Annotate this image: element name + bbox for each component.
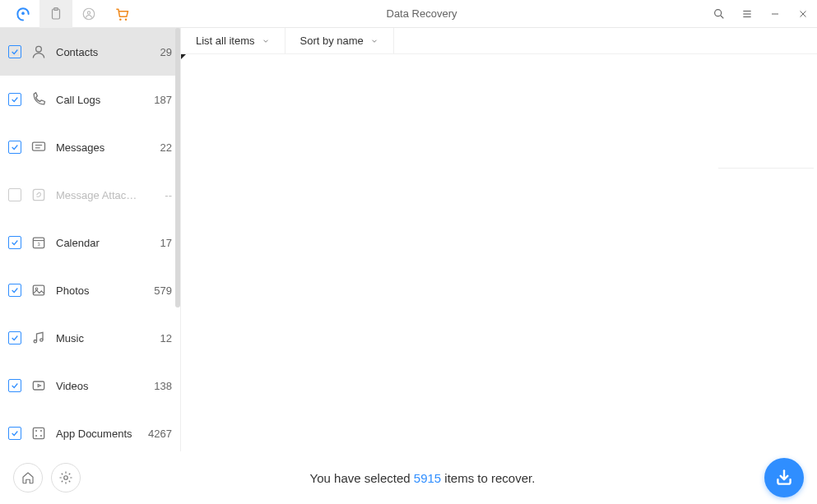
svg-marker-28	[38, 384, 40, 386]
footer-left	[13, 463, 81, 492]
check-icon	[11, 286, 19, 294]
title-bar-right	[705, 0, 817, 28]
search-icon	[713, 7, 726, 21]
main-pane: List all items Sort by name	[181, 28, 817, 451]
sidebar-item-app-documents[interactable]: App Documents 4267	[0, 409, 180, 451]
title-bar: Data Recovery	[0, 0, 817, 28]
minimize-icon	[770, 9, 780, 19]
svg-point-5	[119, 18, 122, 20]
menu-button[interactable]	[733, 0, 761, 28]
category-label: Calendar	[56, 237, 139, 249]
svg-point-34	[64, 476, 68, 480]
svg-point-33	[40, 435, 42, 437]
divider	[718, 168, 814, 169]
check-icon	[11, 143, 19, 151]
category-count: 12	[147, 332, 172, 344]
summary-count: 5915	[414, 471, 441, 485]
cart-button[interactable]	[105, 0, 138, 28]
filter-label: List all items	[196, 35, 255, 47]
chevron-down-icon	[370, 37, 378, 45]
category-label: Call Logs	[56, 94, 139, 106]
photo-icon	[30, 281, 48, 299]
check-icon	[11, 95, 19, 104]
sidebar-item-photos[interactable]: Photos 579	[0, 266, 180, 314]
video-icon	[30, 377, 48, 395]
selection-summary: You have selected 5915 items to recover.	[81, 471, 764, 485]
phone-icon	[30, 90, 48, 109]
sidebar-item-music[interactable]: Music 12	[0, 314, 180, 362]
category-sidebar: Contacts 29 Call Logs 187 Messages 22	[0, 28, 181, 451]
attachment-icon	[30, 186, 48, 204]
svg-point-15	[36, 46, 42, 52]
svg-rect-27	[33, 381, 44, 390]
svg-point-7	[715, 9, 722, 16]
minimize-button[interactable]	[761, 0, 789, 28]
category-label: Photos	[56, 284, 139, 297]
svg-point-4	[87, 11, 90, 13]
body: Contacts 29 Call Logs 187 Messages 22	[0, 28, 817, 451]
gear-icon	[58, 470, 73, 485]
category-label: Messages	[56, 141, 139, 154]
close-button[interactable]	[789, 0, 817, 28]
svg-point-25	[34, 340, 36, 343]
filter-dropdown[interactable]: List all items	[181, 28, 285, 53]
clipboard-icon	[49, 7, 63, 21]
account-button[interactable]	[72, 0, 105, 28]
sidebar-item-call-logs[interactable]: Call Logs 187	[0, 76, 180, 123]
content-area	[181, 54, 817, 451]
sidebar-scrollbar[interactable]	[175, 28, 180, 307]
checkbox[interactable]	[8, 427, 21, 440]
search-button[interactable]	[705, 0, 733, 28]
sidebar-item-contacts[interactable]: Contacts 29	[0, 28, 180, 76]
sidebar-item-message-attachments[interactable]: Message Attach... --	[0, 171, 180, 219]
sort-dropdown[interactable]: Sort by name	[285, 28, 394, 53]
category-label: Contacts	[56, 46, 139, 58]
calendar-icon: 3	[30, 234, 48, 252]
logo-button[interactable]	[7, 0, 39, 28]
home-button[interactable]	[13, 463, 43, 492]
checkbox[interactable]	[8, 284, 21, 297]
checkbox[interactable]	[8, 236, 21, 249]
document-icon	[30, 424, 48, 442]
category-count: 17	[147, 237, 172, 249]
home-icon	[21, 470, 35, 485]
corner-mark-icon	[181, 54, 186, 59]
checkbox[interactable]	[8, 379, 21, 392]
svg-point-26	[40, 339, 43, 341]
device-mode-button[interactable]	[39, 0, 72, 28]
category-count: 4267	[147, 428, 172, 440]
title-bar-left	[0, 0, 138, 28]
lock-person-icon	[81, 7, 96, 21]
window-title: Data Recovery	[138, 7, 705, 20]
recover-button[interactable]	[764, 458, 804, 497]
svg-point-6	[125, 18, 128, 20]
chevron-down-icon	[262, 37, 270, 45]
hamburger-icon	[741, 8, 753, 20]
checkbox[interactable]	[8, 93, 21, 106]
sort-label: Sort by name	[300, 35, 364, 47]
cart-icon	[114, 6, 130, 22]
checkbox[interactable]	[8, 45, 21, 58]
checkbox[interactable]	[8, 331, 21, 344]
sidebar-item-messages[interactable]: Messages 22	[0, 123, 180, 171]
checkbox[interactable]	[8, 141, 21, 154]
category-label: Videos	[56, 380, 139, 392]
svg-line-8	[721, 16, 723, 18]
message-icon	[30, 138, 48, 156]
svg-rect-23	[33, 285, 44, 295]
category-label: Music	[56, 332, 139, 344]
close-icon	[798, 9, 808, 19]
svg-point-32	[40, 430, 42, 432]
svg-point-31	[35, 435, 37, 437]
settings-button[interactable]	[51, 463, 81, 492]
summary-suffix: items to recover.	[441, 471, 535, 485]
checkbox[interactable]	[8, 188, 21, 201]
check-icon	[11, 48, 19, 56]
sidebar-item-calendar[interactable]: 3 Calendar 17	[0, 219, 180, 266]
category-count: 138	[147, 380, 172, 392]
music-icon	[30, 329, 48, 347]
category-count: 579	[147, 284, 172, 297]
sidebar-item-videos[interactable]: Videos 138	[0, 362, 180, 409]
category-count: 29	[147, 46, 172, 58]
svg-rect-16	[33, 142, 45, 150]
